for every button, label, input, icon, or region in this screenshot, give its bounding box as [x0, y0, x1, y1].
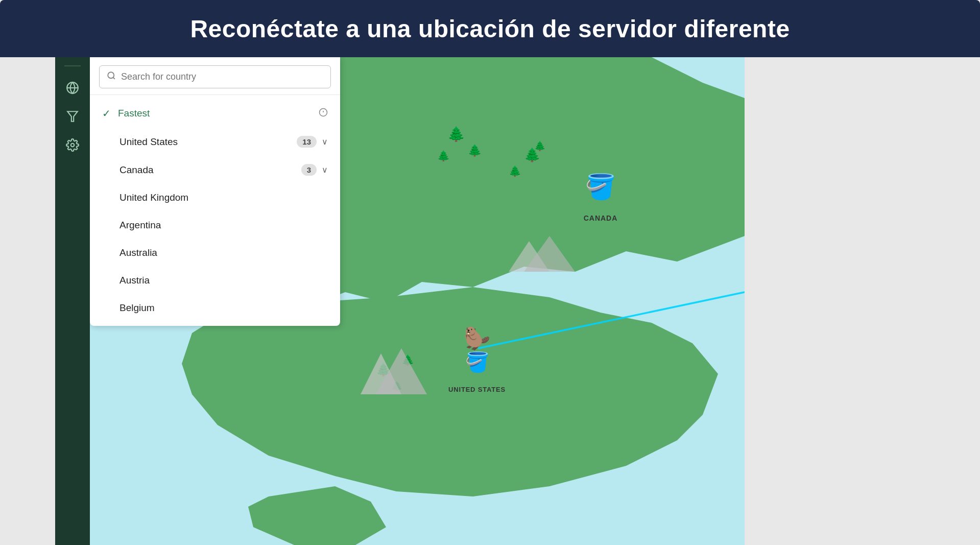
header-banner: Reconéctate a una ubicación de servidor …	[0, 0, 980, 57]
svg-text:🌲: 🌲	[534, 140, 546, 152]
chevron-down-icon-us[interactable]: ∨	[322, 137, 328, 147]
svg-text:🪣: 🪣	[465, 350, 490, 374]
server-count-canada: 3	[301, 164, 317, 176]
list-item-austria[interactable]: Austria	[90, 267, 340, 294]
list-item-united-states[interactable]: United States 13 ∨	[90, 128, 340, 156]
search-input[interactable]	[121, 72, 323, 82]
country-name-us: United States	[102, 136, 297, 148]
search-icon	[107, 71, 116, 83]
svg-text:🌲: 🌲	[468, 144, 482, 157]
svg-point-24	[108, 72, 114, 78]
country-name-argentina: Argentina	[102, 220, 328, 231]
svg-line-25	[113, 77, 114, 79]
info-icon[interactable]	[319, 108, 328, 120]
country-name-fastest: Fastest	[118, 108, 319, 119]
svg-marker-2	[67, 111, 78, 122]
svg-text:🌲: 🌲	[447, 126, 465, 143]
country-list: ✓ Fastest United States 13 ∨	[90, 95, 340, 326]
svg-text:🌲: 🌲	[509, 165, 521, 177]
list-item-argentina[interactable]: Argentina	[90, 211, 340, 239]
svg-text:CANADA: CANADA	[584, 214, 618, 222]
country-name-canada: Canada	[102, 164, 301, 176]
app-container: 🌲 🌲 🌲 🌲 🌲 🌲 🌲 🌲 🌲 🪣 CANADA	[55, 57, 745, 545]
dropdown-panel: ✓ Fastest United States 13 ∨	[90, 57, 340, 326]
sidebar-divider	[64, 65, 81, 66]
country-name-australia: Australia	[102, 247, 328, 258]
list-item-canada[interactable]: Canada 3 ∨	[90, 156, 340, 184]
list-item-united-kingdom[interactable]: United Kingdom	[90, 184, 340, 211]
svg-point-3	[71, 144, 75, 147]
map-area: 🌲 🌲 🌲 🌲 🌲 🌲 🌲 🌲 🌲 🪣 CANADA	[90, 57, 745, 545]
country-name-uk: United Kingdom	[102, 192, 328, 203]
svg-text:UNITED STATES: UNITED STATES	[448, 386, 506, 393]
globe-icon[interactable]	[61, 77, 84, 99]
svg-text:🦫: 🦫	[464, 326, 491, 351]
list-item-belgium[interactable]: Belgium	[90, 294, 340, 322]
svg-text:🪣: 🪣	[585, 172, 616, 201]
check-icon: ✓	[102, 107, 111, 120]
country-name-austria: Austria	[102, 275, 328, 286]
search-input-wrapper[interactable]	[99, 65, 331, 88]
header-title: Reconéctate a una ubicación de servidor …	[190, 15, 790, 43]
chevron-down-icon-canada[interactable]: ∨	[322, 165, 328, 175]
svg-text:🌲: 🌲	[437, 150, 450, 162]
settings-icon[interactable]	[61, 134, 84, 156]
country-name-belgium: Belgium	[102, 302, 328, 314]
list-item-fastest[interactable]: ✓ Fastest	[90, 99, 340, 128]
search-bar	[90, 57, 340, 95]
list-item-australia[interactable]: Australia	[90, 239, 340, 267]
filter-icon[interactable]	[61, 105, 84, 128]
server-count-us: 13	[297, 136, 317, 148]
sidebar	[55, 57, 90, 545]
